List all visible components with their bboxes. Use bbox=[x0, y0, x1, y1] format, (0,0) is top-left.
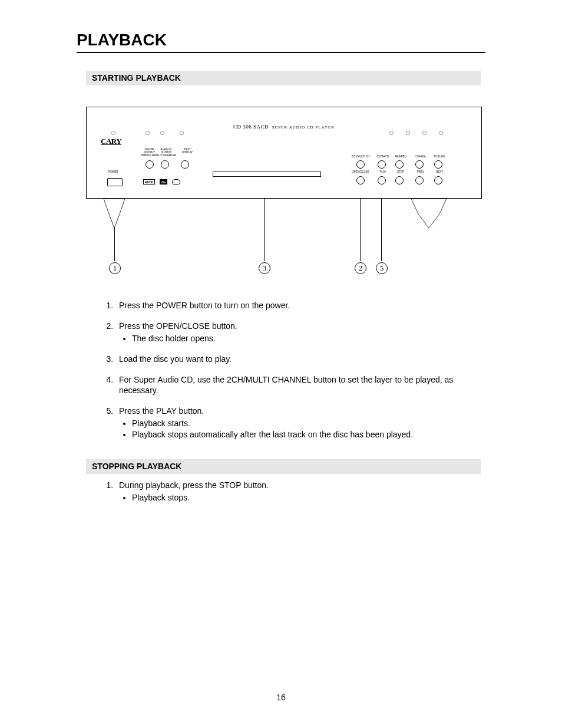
callout-num-1: 1 bbox=[109, 262, 121, 274]
callout-num-3: 3 bbox=[259, 262, 270, 274]
label-stop: STOP bbox=[392, 171, 409, 174]
steps-stopping: During playback, press the STOP button. … bbox=[86, 480, 481, 503]
step-text: Press the OPEN/CLOSE button. bbox=[119, 321, 237, 331]
screw-icon bbox=[389, 131, 394, 135]
stop-button[interactable] bbox=[395, 176, 404, 185]
page-number: 16 bbox=[0, 693, 562, 702]
prev-button[interactable] bbox=[415, 176, 424, 185]
label-cd-sacd: CD/SACD bbox=[374, 156, 392, 159]
step-bullet: The disc holder opens. bbox=[132, 333, 481, 344]
section-heading-starting: STARTING PLAYBACK bbox=[86, 71, 481, 85]
callout-line-3 bbox=[264, 199, 265, 261]
digital-output-button[interactable] bbox=[146, 160, 154, 169]
label-prev: PREV bbox=[412, 171, 429, 174]
step-1: Press the POWER button to turn on the po… bbox=[115, 300, 481, 311]
step-bullet: Playback stops. bbox=[132, 492, 481, 503]
screw-icon bbox=[180, 131, 184, 135]
dts-logo-icon: dts bbox=[160, 179, 168, 185]
label-aes-ebu: AES/EBU bbox=[392, 156, 409, 159]
model-number: CD 306 SACD bbox=[233, 124, 269, 130]
step-text: Load the disc you want to play. bbox=[119, 354, 232, 364]
page-title: PLAYBACK bbox=[77, 31, 485, 50]
step-2: Press the OPEN/CLOSE button. The disc ho… bbox=[115, 321, 481, 344]
model-sub: SUPER AUDIO CD PLAYER bbox=[272, 125, 335, 130]
screw-icon bbox=[439, 131, 443, 135]
callout-line-1 bbox=[114, 227, 115, 261]
callout-line-5 bbox=[381, 199, 382, 261]
section-heading-stopping: STOPPING PLAYBACK bbox=[86, 459, 481, 474]
play-button[interactable] bbox=[378, 176, 386, 185]
step-5: Press the PLAY button. Playback starts. … bbox=[115, 406, 481, 440]
label-toslink: TOSLINK bbox=[431, 156, 448, 159]
svg-marker-0 bbox=[104, 199, 125, 228]
label-text-display: TEXTDISPLAY bbox=[178, 149, 196, 154]
disc-slot bbox=[213, 172, 321, 177]
power-button[interactable] bbox=[107, 178, 123, 186]
callout-num-5: 5 bbox=[376, 262, 388, 274]
screw-icon bbox=[146, 131, 150, 135]
label-2ch-multi: 2CH/MULTI CH bbox=[349, 156, 372, 159]
callout-num-2: 2 bbox=[355, 262, 366, 274]
callout-arrow-right bbox=[411, 199, 447, 228]
toslink-button[interactable] bbox=[434, 160, 442, 169]
front-panel: CD 306 SACD SUPER AUDIO CD PLAYER CARY D… bbox=[86, 107, 482, 199]
screw-icon bbox=[422, 131, 427, 135]
label-coaxial: COAXIAL bbox=[412, 156, 429, 159]
step-text: During playback, press the STOP button. bbox=[119, 480, 269, 490]
screw-icon bbox=[160, 131, 164, 135]
brand-logo: CARY bbox=[101, 137, 121, 146]
coaxial-button[interactable] bbox=[415, 160, 424, 169]
callout-line-2 bbox=[360, 199, 361, 261]
diagram-callouts: 1 3 2 5 bbox=[86, 199, 482, 275]
step-text: For Super Audio CD, use the 2CH/MULTI CH… bbox=[119, 375, 453, 396]
svg-marker-1 bbox=[411, 199, 447, 228]
callout-arrow-1 bbox=[103, 199, 126, 228]
step-3: Load the disc you want to play. bbox=[115, 354, 481, 365]
front-panel-diagram: CD 306 SACD SUPER AUDIO CD PLAYER CARY D… bbox=[86, 107, 483, 275]
screw-icon bbox=[406, 131, 410, 135]
step-bullet: Playback stops automatically after the l… bbox=[132, 429, 481, 440]
label-open-close: OPEN/CLOSE bbox=[349, 171, 372, 174]
step-4: For Super Audio CD, use the 2CH/MULTI CH… bbox=[115, 374, 481, 397]
step-bullet: Playback starts. bbox=[132, 418, 481, 429]
model-label: CD 306 SACD SUPER AUDIO CD PLAYER bbox=[87, 124, 481, 130]
analog-output-button[interactable] bbox=[161, 160, 169, 169]
next-button[interactable] bbox=[434, 176, 442, 185]
label-sample-rate: SAMPLE RATE CONVERTER bbox=[137, 154, 180, 157]
step-text: Press the POWER button to turn on the po… bbox=[119, 301, 290, 310]
step-text: Press the PLAY button. bbox=[119, 406, 204, 416]
sacd-logo-icon bbox=[172, 179, 180, 185]
multich-button[interactable] bbox=[356, 160, 365, 169]
format-logos: HDCD dts bbox=[143, 176, 180, 187]
title-rule bbox=[77, 52, 485, 53]
steps-starting: Press the POWER button to turn on the po… bbox=[86, 300, 481, 440]
label-play: PLAY bbox=[374, 171, 392, 174]
hdcd-logo-icon: HDCD bbox=[143, 179, 155, 185]
open-close-button[interactable] bbox=[356, 176, 365, 185]
stop-step-1: During playback, press the STOP button. … bbox=[115, 480, 481, 503]
cd-sacd-button[interactable] bbox=[378, 160, 386, 169]
label-power: POWER bbox=[104, 171, 122, 174]
text-display-button[interactable] bbox=[181, 160, 189, 169]
label-next: NEXT bbox=[431, 171, 448, 174]
screw-icon bbox=[111, 131, 115, 135]
aes-ebu-button[interactable] bbox=[395, 160, 404, 169]
